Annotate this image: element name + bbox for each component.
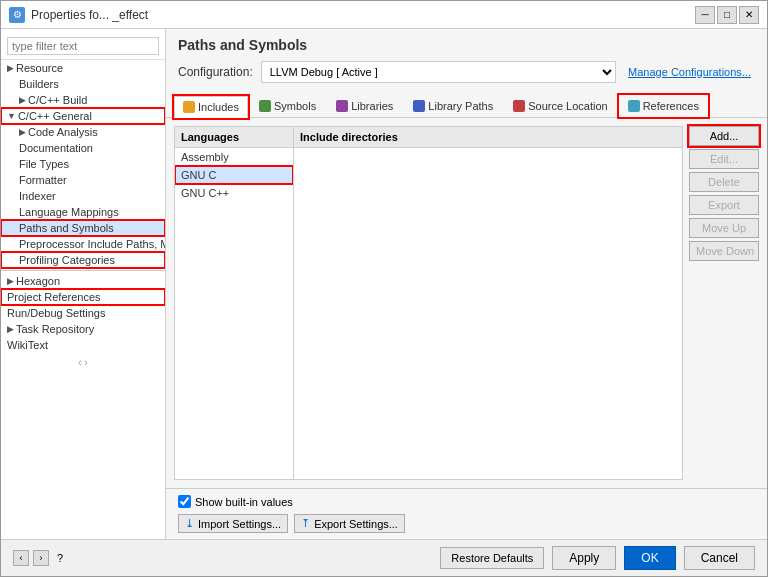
main-content: ▶ Resource Builders ▶ C/C++ Build ▼ C/C+… [1, 29, 767, 539]
window-icon: ⚙ [9, 7, 25, 23]
help-icon: ? [57, 552, 63, 564]
sidebar-item-label: Documentation [19, 142, 93, 154]
import-label: Import Settings... [198, 518, 281, 530]
show-builtin-row: Show built-in values [178, 495, 755, 508]
sidebar-item-indexer[interactable]: Indexer [1, 188, 165, 204]
sidebar-item-taskrepo[interactable]: ▶ Task Repository [1, 321, 165, 337]
cancel-button[interactable]: Cancel [684, 546, 755, 570]
sidebar-item-hexagon[interactable]: ▶ Hexagon [1, 273, 165, 289]
sidebar-item-label: Builders [19, 78, 59, 90]
sidebar-item-wikitext[interactable]: WikiText [1, 337, 165, 353]
libraries-tab-icon [336, 100, 348, 112]
sidebar-item-ccbuild[interactable]: ▶ C/C++ Build [1, 92, 165, 108]
nav-forward-button[interactable]: › [33, 550, 49, 566]
import-export-row: ⤓ Import Settings... ⤒ Export Settings..… [178, 514, 755, 533]
languages-header: Languages [175, 127, 293, 148]
add-button[interactable]: Add... [689, 126, 759, 146]
sidebar-item-label: Hexagon [16, 275, 60, 287]
sidebar-item-label: Formatter [19, 174, 67, 186]
tab-sourcelocation[interactable]: Source Location [504, 95, 617, 117]
config-select[interactable]: LLVM Debug [ Active ] [261, 61, 616, 83]
nav-back-button[interactable]: ‹ [13, 550, 29, 566]
footer-nav: ‹ › [13, 550, 49, 566]
window-title: Properties fo... _effect [31, 8, 148, 22]
edit-button[interactable]: Edit... [689, 149, 759, 169]
restore-defaults-button[interactable]: Restore Defaults [440, 547, 544, 569]
lang-item-gnucpp[interactable]: GNU C++ [175, 184, 293, 202]
tab-label: Source Location [528, 100, 608, 112]
apply-button[interactable]: Apply [552, 546, 616, 570]
movedown-button[interactable]: Move Down [689, 241, 759, 261]
tab-label: Libraries [351, 100, 393, 112]
tab-symbols[interactable]: Symbols [250, 95, 325, 117]
lang-item-assembly[interactable]: Assembly [175, 148, 293, 166]
tab-references[interactable]: References [619, 95, 708, 117]
lang-item-gnuc[interactable]: GNU C [175, 166, 293, 184]
sidebar-item-profiling[interactable]: Profiling Categories [1, 252, 165, 268]
arrow-icon: ▶ [19, 95, 26, 105]
sidebar-item-label: Resource [16, 62, 63, 74]
sidebar-filter-container [1, 33, 165, 60]
sidebar-item-label: Run/Debug Settings [7, 307, 105, 319]
tab-label: References [643, 100, 699, 112]
sidebar: ▶ Resource Builders ▶ C/C++ Build ▼ C/C+… [1, 29, 166, 539]
sidebar-item-preprocessor[interactable]: Preprocessor Include Paths, M [1, 236, 165, 252]
references-tab-icon [628, 100, 640, 112]
sidebar-item-label: Paths and Symbols [19, 222, 114, 234]
sidebar-item-label: Task Repository [16, 323, 94, 335]
sidebar-item-resource[interactable]: ▶ Resource [1, 60, 165, 76]
panel-body: Languages Assembly GNU C GNU C++ Include… [166, 118, 767, 488]
tab-label: Includes [198, 101, 239, 113]
export-settings-button[interactable]: ⤒ Export Settings... [294, 514, 405, 533]
tab-label: Library Paths [428, 100, 493, 112]
import-settings-button[interactable]: ⤓ Import Settings... [178, 514, 288, 533]
panel-header: Paths and Symbols Configuration: LLVM De… [166, 29, 767, 95]
ok-button[interactable]: OK [624, 546, 675, 570]
right-panel: Paths and Symbols Configuration: LLVM De… [166, 29, 767, 539]
sidebar-item-label: File Types [19, 158, 69, 170]
sidebar-item-languagemappings[interactable]: Language Mappings [1, 204, 165, 220]
export-button[interactable]: Export [689, 195, 759, 215]
arrow-icon: ▶ [7, 324, 14, 334]
sidebar-item-pathssymbols[interactable]: Paths and Symbols [1, 220, 165, 236]
tab-librarypaths[interactable]: Library Paths [404, 95, 502, 117]
tab-libraries[interactable]: Libraries [327, 95, 402, 117]
properties-window: ⚙ Properties fo... _effect ─ □ ✕ ▶ Resou… [0, 0, 768, 577]
librarypaths-tab-icon [413, 100, 425, 112]
sidebar-item-formatter[interactable]: Formatter [1, 172, 165, 188]
maximize-button[interactable]: □ [717, 6, 737, 24]
sidebar-item-label: Language Mappings [19, 206, 119, 218]
show-builtin-checkbox[interactable] [178, 495, 191, 508]
show-builtin-label: Show built-in values [195, 496, 293, 508]
footer: ‹ › ? Restore Defaults Apply OK Cancel [1, 539, 767, 576]
manage-configurations-button[interactable]: Manage Configurations... [624, 64, 755, 80]
import-icon: ⤓ [185, 517, 194, 530]
sidebar-item-documentation[interactable]: Documentation [1, 140, 165, 156]
moveup-button[interactable]: Move Up [689, 218, 759, 238]
bottom-bar: Show built-in values ⤓ Import Settings..… [166, 488, 767, 539]
sidebar-item-projrefs[interactable]: Project References [1, 289, 165, 305]
minimize-button[interactable]: ─ [695, 6, 715, 24]
arrow-icon: ▼ [7, 111, 16, 121]
tabs-bar: Includes Symbols Libraries Library Paths… [166, 95, 767, 118]
sidebar-item-label: C/C++ Build [28, 94, 87, 106]
export-icon: ⤒ [301, 517, 310, 530]
delete-button[interactable]: Delete [689, 172, 759, 192]
tab-label: Symbols [274, 100, 316, 112]
includes-pane: Include directories [294, 126, 683, 480]
footer-left: ‹ › ? [13, 550, 432, 566]
sidebar-item-builders[interactable]: Builders [1, 76, 165, 92]
sidebar-item-codeanalysis[interactable]: ▶ Code Analysis [1, 124, 165, 140]
sidebar-item-rundebugsettings[interactable]: Run/Debug Settings [1, 305, 165, 321]
export-label: Export Settings... [314, 518, 398, 530]
includes-tab-icon [183, 101, 195, 113]
sidebar-item-ccgeneral[interactable]: ▼ C/C++ General [1, 108, 165, 124]
languages-pane: Languages Assembly GNU C GNU C++ [174, 126, 294, 480]
sidebar-filter-input[interactable] [7, 37, 159, 55]
close-button[interactable]: ✕ [739, 6, 759, 24]
tab-includes[interactable]: Includes [174, 96, 248, 118]
sidebar-item-filetypes[interactable]: File Types [1, 156, 165, 172]
titlebar-left: ⚙ Properties fo... _effect [9, 7, 148, 23]
symbols-tab-icon [259, 100, 271, 112]
panel-title: Paths and Symbols [178, 37, 755, 53]
